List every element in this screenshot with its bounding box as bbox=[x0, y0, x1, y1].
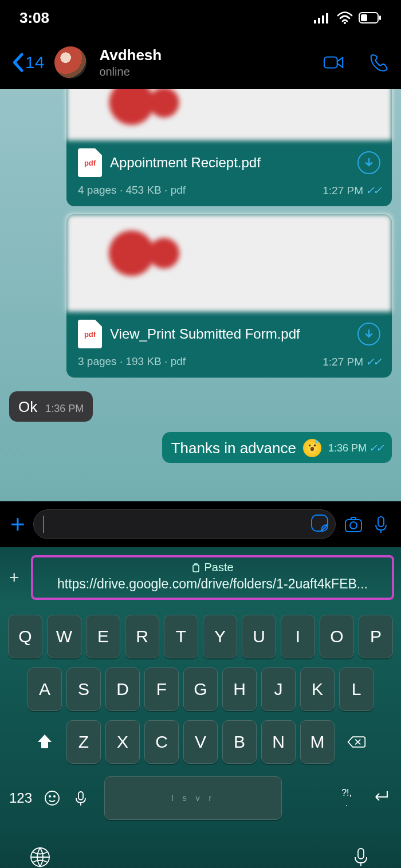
key-c[interactable]: C bbox=[144, 720, 179, 764]
return-key[interactable] bbox=[369, 785, 392, 811]
key-d[interactable]: D bbox=[105, 667, 140, 711]
pdf-icon: pdf bbox=[78, 148, 102, 177]
svg-point-4 bbox=[344, 22, 346, 24]
document-name: Appointment Reciept.pdf bbox=[110, 154, 349, 171]
key-x[interactable]: X bbox=[105, 720, 140, 764]
paste-url: https://drive.google.com/drive/folders/1… bbox=[39, 576, 386, 592]
video-call-icon[interactable] bbox=[323, 52, 345, 73]
svg-point-11 bbox=[350, 522, 357, 529]
keyboard-suggestion-bar: + Paste https://drive.google.com/drive/f… bbox=[0, 547, 401, 606]
punctuation-key[interactable]: ?!,. bbox=[341, 788, 352, 808]
svg-rect-9 bbox=[312, 515, 328, 531]
document-meta: 4 pages · 453 KB · pdf 1:27 PM✓✓ bbox=[70, 182, 388, 203]
key-y[interactable]: Y bbox=[203, 615, 237, 658]
pdf-icon: pdf bbox=[78, 320, 102, 348]
outgoing-document-message[interactable]: pdf Appointment Reciept.pdf 4 pages · 45… bbox=[66, 89, 392, 206]
dictation-key[interactable] bbox=[72, 790, 89, 807]
keyboard-row-3: ZXCVBNM bbox=[3, 720, 398, 764]
dictation-key-dock[interactable] bbox=[349, 846, 372, 869]
battery-icon bbox=[359, 12, 382, 23]
contact-info[interactable]: Avdhesh online bbox=[99, 46, 316, 78]
svg-point-15 bbox=[49, 795, 50, 796]
svg-rect-19 bbox=[358, 849, 364, 859]
read-ticks-icon: ✓✓ bbox=[365, 184, 380, 197]
emoji-key[interactable] bbox=[44, 790, 61, 807]
paste-label: Paste bbox=[191, 561, 233, 574]
message-input[interactable] bbox=[33, 509, 336, 539]
globe-key[interactable] bbox=[29, 846, 52, 869]
key-i[interactable]: I bbox=[281, 615, 315, 658]
space-key[interactable]: I s v r bbox=[104, 776, 282, 820]
avatar[interactable] bbox=[54, 46, 87, 78]
message-text: Ok bbox=[18, 398, 37, 416]
key-k[interactable]: K bbox=[300, 667, 335, 711]
message-text: Thanks in advance bbox=[171, 439, 296, 457]
key-a[interactable]: A bbox=[27, 667, 62, 711]
key-j[interactable]: J bbox=[261, 667, 296, 711]
paste-suggestion[interactable]: Paste https://drive.google.com/drive/fol… bbox=[31, 555, 394, 600]
document-preview bbox=[66, 89, 392, 140]
key-z[interactable]: Z bbox=[66, 720, 101, 764]
key-f[interactable]: F bbox=[144, 667, 179, 711]
svg-rect-2 bbox=[322, 15, 324, 23]
backspace-key[interactable] bbox=[339, 720, 374, 764]
svg-rect-0 bbox=[314, 20, 316, 23]
chat-area[interactable]: pdf Appointment Reciept.pdf 4 pages · 45… bbox=[0, 89, 401, 501]
key-g[interactable]: G bbox=[183, 667, 218, 711]
back-button[interactable]: 14 bbox=[11, 53, 44, 72]
keyboard-row-4: 123 I s v r ?!,. bbox=[3, 773, 398, 826]
key-v[interactable]: V bbox=[183, 720, 218, 764]
key-u[interactable]: U bbox=[242, 615, 276, 658]
voice-message-button[interactable] bbox=[371, 514, 391, 534]
attach-button[interactable]: + bbox=[10, 512, 25, 537]
numeric-key[interactable]: 123 bbox=[9, 790, 32, 806]
sticker-button[interactable] bbox=[310, 513, 329, 535]
key-o[interactable]: O bbox=[320, 615, 354, 658]
svg-point-14 bbox=[45, 791, 59, 805]
svg-rect-13 bbox=[193, 565, 199, 572]
key-n[interactable]: N bbox=[261, 720, 296, 764]
read-ticks-icon: ✓✓ bbox=[365, 356, 380, 368]
keyboard-row-1: QWERTYUIOP bbox=[3, 615, 398, 658]
message-time: 1:36 PM bbox=[45, 403, 84, 415]
key-h[interactable]: H bbox=[222, 667, 257, 711]
svg-rect-7 bbox=[361, 14, 367, 21]
contact-name: Avdhesh bbox=[99, 46, 316, 64]
unread-count: 14 bbox=[25, 53, 44, 72]
camera-button[interactable] bbox=[344, 514, 363, 534]
incoming-message[interactable]: Ok 1:36 PM bbox=[9, 391, 93, 422]
key-r[interactable]: R bbox=[125, 615, 159, 658]
clock: 3:08 bbox=[19, 9, 49, 27]
key-l[interactable]: L bbox=[339, 667, 374, 711]
keyboard-dock bbox=[0, 826, 401, 869]
key-q[interactable]: Q bbox=[8, 615, 42, 658]
svg-point-16 bbox=[54, 795, 55, 796]
key-t[interactable]: T bbox=[164, 615, 198, 658]
status-icons bbox=[314, 11, 382, 24]
outgoing-document-message[interactable]: pdf View_Print Submitted Form.pdf 3 page… bbox=[66, 214, 392, 378]
key-s[interactable]: S bbox=[66, 667, 101, 711]
voice-call-icon[interactable] bbox=[368, 52, 390, 73]
key-b[interactable]: B bbox=[222, 720, 257, 764]
svg-rect-8 bbox=[324, 57, 337, 68]
read-ticks-icon: ✓✓ bbox=[369, 442, 383, 454]
message-time: 1:36 PM✓✓ bbox=[328, 442, 383, 454]
suggestion-plus-icon[interactable]: + bbox=[9, 568, 19, 587]
key-m[interactable]: M bbox=[300, 720, 335, 764]
status-bar: 3:08 bbox=[0, 0, 401, 36]
shift-key[interactable] bbox=[27, 720, 62, 764]
svg-rect-1 bbox=[318, 18, 320, 23]
wifi-icon bbox=[337, 11, 353, 24]
download-button[interactable] bbox=[357, 323, 380, 345]
key-w[interactable]: W bbox=[47, 615, 81, 658]
key-p[interactable]: P bbox=[359, 615, 393, 658]
svg-rect-17 bbox=[78, 792, 83, 800]
download-button[interactable] bbox=[357, 151, 380, 174]
text-cursor bbox=[43, 516, 44, 533]
key-e[interactable]: E bbox=[86, 615, 120, 658]
outgoing-message[interactable]: Thanks in advance 1:36 PM✓✓ bbox=[162, 432, 392, 463]
document-name: View_Print Submitted Form.pdf bbox=[110, 325, 349, 343]
chat-header: 14 Avdhesh online bbox=[0, 36, 401, 89]
grinning-sweat-emoji bbox=[303, 439, 321, 457]
svg-rect-3 bbox=[326, 13, 328, 23]
